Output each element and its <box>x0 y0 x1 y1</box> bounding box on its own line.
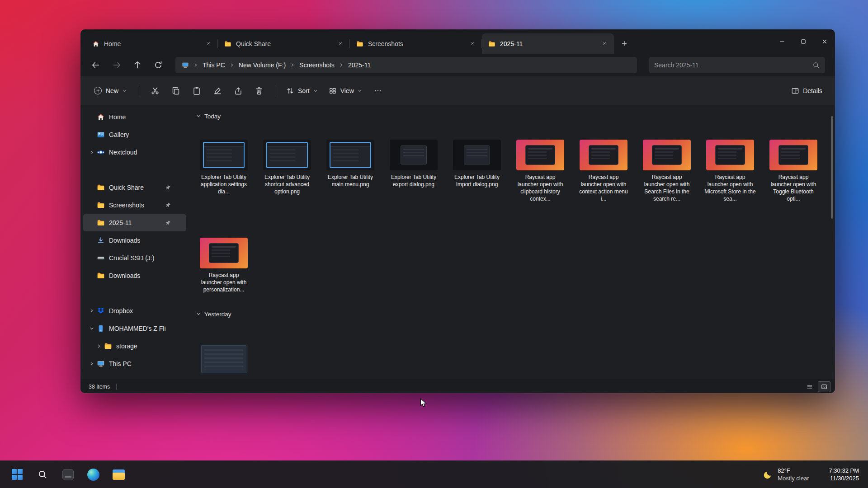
delete-button[interactable] <box>250 82 269 99</box>
file-name: Explorer Tab Utility shortcut advanced o… <box>261 174 313 195</box>
group-header-yesterday[interactable]: Yesterday <box>193 310 835 319</box>
file-item[interactable]: Explorer Tab Utility Import dialog.png <box>447 140 507 188</box>
chevron-down-icon <box>313 89 318 93</box>
edge-button[interactable] <box>82 464 104 485</box>
breadcrumb-2025-11[interactable]: 2025-11 <box>348 61 371 69</box>
app-window-icon <box>62 469 74 480</box>
file-item[interactable]: Explorer Tab Utility main menu.png <box>320 140 381 188</box>
sidebar-item-phone[interactable]: MOHAMMED's Z Fli <box>83 320 186 337</box>
taskbar-search-button[interactable] <box>32 464 53 485</box>
chevron-right-icon <box>90 150 94 155</box>
status-separator <box>116 384 117 390</box>
pin-icon <box>165 220 171 225</box>
file-thumbnail <box>580 140 627 170</box>
file-item[interactable]: Raycast app launcher open with Toggle Bl… <box>763 140 824 202</box>
up-button[interactable] <box>128 57 146 73</box>
address-bar[interactable]: This PC New Volume (F:) Screenshots 2025… <box>175 57 637 73</box>
expand-chevron[interactable] <box>87 306 97 316</box>
rename-button[interactable] <box>208 82 227 99</box>
more-options-icon <box>374 87 382 95</box>
sidebar-item-this-pc[interactable]: This PC <box>83 355 186 372</box>
scrollbar-thumb[interactable] <box>831 116 833 219</box>
sidebar-item-crucial-ssd[interactable]: Crucial SSD (J:) <box>83 249 186 267</box>
sidebar-item-dropbox[interactable]: Dropbox <box>83 302 186 319</box>
group-header-today[interactable]: Today <box>193 112 835 121</box>
file-item[interactable]: Raycast app launcher open with personali… <box>193 238 254 293</box>
tab-close-button[interactable] <box>467 38 478 50</box>
weather-widget[interactable]: 82°F Mostly clear <box>763 467 809 482</box>
share-button[interactable] <box>229 82 248 99</box>
drive-icon <box>97 254 105 262</box>
file-item[interactable]: Raycast app launcher open with clipboard… <box>510 140 571 202</box>
file-item[interactable]: Explorer Tab Utility export dialog.png <box>383 140 444 188</box>
file-item[interactable]: Raycast app launcher open with context a… <box>573 140 634 202</box>
scrollbar[interactable] <box>830 105 834 380</box>
expand-chevron[interactable] <box>87 359 97 369</box>
file-name: Raycast app launcher open with personali… <box>198 272 250 293</box>
sidebar-item-nextcloud[interactable]: Nextcloud <box>83 144 186 161</box>
sidebar-item-storage[interactable]: storage <box>83 338 186 355</box>
sidebar-item-downloads-2[interactable]: Downloads <box>83 267 186 284</box>
sidebar-item-2025-11[interactable]: 2025-11 <box>83 214 186 231</box>
collapse-chevron[interactable] <box>87 324 97 333</box>
back-button[interactable] <box>87 57 105 73</box>
tab-close-button[interactable] <box>599 38 610 50</box>
search-icon[interactable] <box>812 61 820 69</box>
file-explorer-button[interactable] <box>108 464 129 485</box>
new-tab-button[interactable] <box>617 36 632 51</box>
file-item[interactable]: Explorer Tab Utility application setting… <box>193 140 254 195</box>
expand-chevron[interactable] <box>87 147 97 157</box>
paste-button[interactable] <box>187 82 206 99</box>
file-item[interactable]: Raycast app launcher open with Search Fi… <box>637 140 697 202</box>
chevron-down-icon <box>196 312 201 316</box>
file-item[interactable]: Explorer Tab Utility shortcut advanced o… <box>257 140 317 195</box>
file-item[interactable] <box>193 344 254 378</box>
tab-label: Home <box>104 40 198 47</box>
refresh-button[interactable] <box>149 57 167 73</box>
file-thumbnail <box>643 140 691 170</box>
forward-button[interactable] <box>108 57 126 73</box>
tab-close-button[interactable] <box>203 38 214 50</box>
sidebar-item-quick-share[interactable]: Quick Share <box>83 179 186 196</box>
clock[interactable]: 7:30:32 PM 11/30/2025 <box>829 467 862 482</box>
view-button[interactable]: View <box>324 83 367 99</box>
file-grid-today: Explorer Tab Utility application setting… <box>193 140 826 293</box>
sidebar-item-downloads[interactable]: Downloads <box>83 232 186 249</box>
breadcrumb-new-volume[interactable]: New Volume (F:) <box>239 61 286 69</box>
breadcrumb-screenshots[interactable]: Screenshots <box>299 61 335 69</box>
tab-quick-share[interactable]: Quick Share <box>218 33 350 54</box>
details-button[interactable]: Details <box>787 83 827 99</box>
copy-button[interactable] <box>166 82 185 99</box>
search-icon <box>38 469 47 479</box>
search-box[interactable] <box>649 57 825 73</box>
sort-button[interactable]: Sort <box>282 83 322 99</box>
sidebar-item-gallery[interactable]: Gallery <box>83 126 186 143</box>
group-label: Yesterday <box>204 311 231 318</box>
new-button[interactable]: New <box>89 83 132 98</box>
tab-2025-11[interactable]: 2025-11 <box>482 33 614 54</box>
sidebar-item-screenshots[interactable]: Screenshots <box>83 197 186 214</box>
tab-home[interactable]: Home <box>86 33 218 54</box>
start-button[interactable] <box>6 464 28 485</box>
list-view-button[interactable] <box>803 381 816 392</box>
file-name: Raycast app launcher open with Search Fi… <box>641 174 693 202</box>
maximize-button[interactable] <box>793 29 814 54</box>
close-button[interactable] <box>814 29 835 54</box>
search-input[interactable] <box>654 61 812 69</box>
chevron-right-icon <box>193 63 198 67</box>
sidebar-item-home[interactable]: Home <box>83 108 186 126</box>
file-item[interactable]: Raycast app launcher open with Microsoft… <box>700 140 760 202</box>
thumbnail-view-button[interactable] <box>818 381 830 392</box>
paste-icon <box>192 86 201 95</box>
refresh-icon <box>154 61 163 70</box>
taskbar-app-button[interactable] <box>57 464 79 485</box>
file-thumbnail <box>390 140 438 170</box>
minimize-button[interactable] <box>771 29 793 54</box>
tab-screenshots[interactable]: Screenshots <box>350 33 482 54</box>
breadcrumb-this-pc[interactable]: This PC <box>203 61 225 69</box>
more-options-button[interactable] <box>368 82 387 99</box>
expand-chevron[interactable] <box>94 341 104 351</box>
chevron-right-icon <box>90 361 94 366</box>
tab-close-button[interactable] <box>335 38 346 50</box>
cut-button[interactable] <box>146 82 165 99</box>
